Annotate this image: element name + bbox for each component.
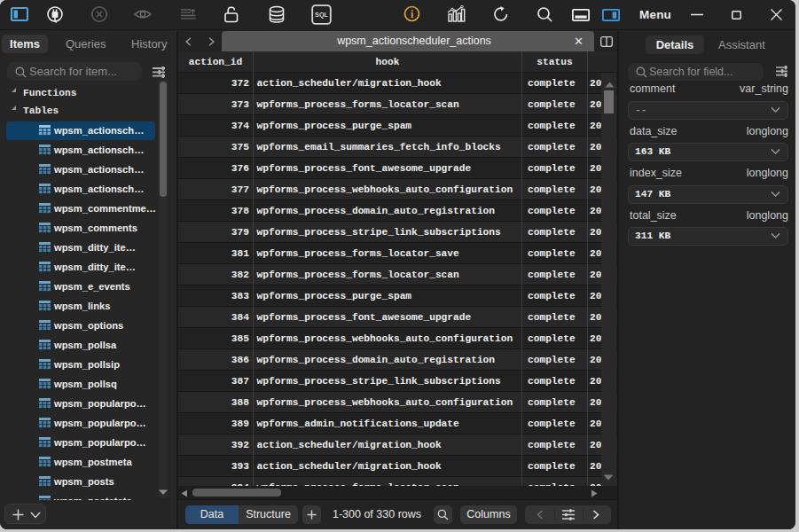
svg-text:i: i — [411, 9, 414, 20]
svg-text:SQL: SQL — [315, 11, 328, 19]
